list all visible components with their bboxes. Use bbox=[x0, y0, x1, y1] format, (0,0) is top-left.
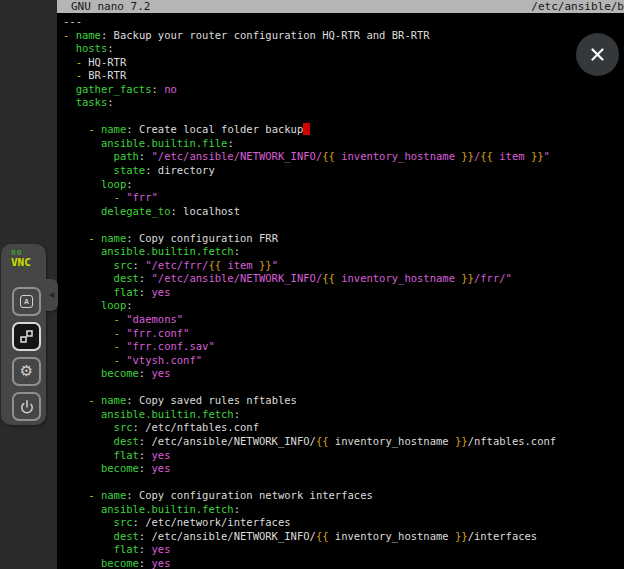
editor-line[interactable]: dest: /etc/ansible/NETWORK_INFO/{{ inven… bbox=[63, 435, 624, 449]
editor-line[interactable]: ansible.builtin.fetch: bbox=[63, 408, 624, 422]
code-segment: HQ-RTR bbox=[88, 56, 126, 68]
code-segment: : bbox=[234, 503, 240, 515]
code-segment: name bbox=[101, 232, 126, 244]
editor-line[interactable]: - "daemons" bbox=[63, 313, 624, 327]
editor-line[interactable]: ansible.builtin.file: bbox=[63, 137, 624, 151]
close-button[interactable] bbox=[576, 33, 619, 76]
code-segment: flat bbox=[63, 449, 139, 461]
editor-line[interactable] bbox=[63, 381, 624, 395]
code-segment: : bbox=[152, 83, 165, 95]
code-segment: "frr" bbox=[126, 191, 158, 203]
code-segment: "/etc/ansible/NETWORK_INFO/ bbox=[152, 272, 323, 284]
code-segment: flat bbox=[63, 286, 139, 298]
editor-line[interactable]: flat: yes bbox=[63, 543, 624, 557]
editor-line[interactable]: - BR-RTR bbox=[63, 69, 624, 83]
editor-line[interactable]: become: yes bbox=[63, 462, 624, 476]
novnc-logo-bottom: VNC bbox=[11, 258, 31, 268]
editor-line[interactable]: tasks: bbox=[63, 96, 624, 110]
editor-line[interactable]: - "frr" bbox=[63, 191, 624, 205]
code-segment: loop bbox=[63, 178, 126, 190]
code-segment: - bbox=[63, 394, 101, 406]
editor-line[interactable]: - HQ-RTR bbox=[63, 56, 624, 70]
code-segment: : Copy configuration network interfaces bbox=[126, 489, 373, 501]
gear-icon: ⚙ bbox=[20, 364, 33, 379]
editor-line[interactable] bbox=[63, 476, 624, 490]
code-segment: /interfaces bbox=[468, 530, 538, 542]
code-segment: - bbox=[63, 354, 126, 366]
editor-line[interactable]: dest: /etc/ansible/NETWORK_INFO/{{ inven… bbox=[63, 530, 624, 544]
code-segment: : Copy configuration FRR bbox=[126, 232, 278, 244]
editor-line[interactable]: - "frr.conf.sav" bbox=[63, 340, 624, 354]
editor-line[interactable]: hosts: bbox=[63, 42, 624, 56]
code-segment: "/etc/frr/ bbox=[145, 259, 208, 271]
code-segment: src bbox=[63, 516, 133, 528]
power-icon bbox=[19, 399, 35, 415]
fullscreen-button[interactable] bbox=[12, 322, 41, 351]
control-bar-handle[interactable]: ◀ bbox=[45, 279, 58, 311]
code-segment: hosts bbox=[63, 42, 107, 54]
editor-line[interactable]: src: /etc/network/interfaces bbox=[63, 516, 624, 530]
code-segment: : localhost bbox=[170, 205, 240, 217]
code-segment: : /etc/nftables.conf bbox=[133, 421, 259, 433]
code-segment: : bbox=[234, 245, 240, 257]
editor-line[interactable]: - name: Copy configuration network inter… bbox=[63, 489, 624, 503]
editor-line[interactable] bbox=[63, 110, 624, 124]
keyboard-button[interactable]: A bbox=[12, 287, 41, 316]
code-segment: tasks bbox=[63, 96, 107, 108]
editor-line[interactable]: path: "/etc/ansible/NETWORK_INFO/{{ inve… bbox=[63, 150, 624, 164]
code-segment: - bbox=[63, 489, 101, 501]
editor-line[interactable]: - name: Create local folder backup bbox=[63, 123, 624, 137]
code-segment: : bbox=[139, 367, 152, 379]
editor-line[interactable]: - name: Copy configuration FRR bbox=[63, 232, 624, 246]
code-segment: : bbox=[139, 449, 152, 461]
code-segment: "daemons" bbox=[126, 313, 183, 325]
code-segment: : Copy saved rules nftables bbox=[126, 394, 297, 406]
editor-line[interactable]: - "vtysh.conf" bbox=[63, 354, 624, 368]
editor-line[interactable]: loop: bbox=[63, 299, 624, 313]
nano-titlebar: GNU nano 7.2 /etc/ansible/b bbox=[57, 0, 624, 13]
editor-line[interactable]: src: "/etc/frr/{{ item }}" bbox=[63, 259, 624, 273]
code-segment: : bbox=[234, 408, 240, 420]
editor[interactable]: ---- name: Backup your router configurat… bbox=[57, 13, 624, 569]
code-segment: dest bbox=[63, 435, 139, 447]
code-segment: src bbox=[63, 421, 133, 433]
editor-line[interactable]: flat: yes bbox=[63, 286, 624, 300]
editor-line[interactable]: - "frr.conf" bbox=[63, 327, 624, 341]
code-segment: delegate_to bbox=[63, 205, 170, 217]
code-segment: : Backup your router configuration HQ-RT… bbox=[101, 29, 430, 41]
code-segment: item bbox=[221, 259, 259, 271]
code-segment: - bbox=[63, 313, 126, 325]
terminal-window[interactable]: GNU nano 7.2 /etc/ansible/b ---- name: B… bbox=[57, 0, 624, 569]
code-segment: flat bbox=[63, 543, 139, 555]
code-segment: become bbox=[63, 557, 139, 569]
code-segment: inventory_hostname bbox=[335, 272, 461, 284]
editor-line[interactable]: become: yes bbox=[63, 367, 624, 381]
code-segment: dest bbox=[63, 272, 139, 284]
code-segment: yes bbox=[152, 367, 171, 379]
editor-line[interactable]: - name: Copy saved rules nftables bbox=[63, 394, 624, 408]
code-segment: ansible.builtin.fetch bbox=[63, 408, 234, 420]
settings-button[interactable]: ⚙ bbox=[12, 357, 41, 386]
editor-line[interactable]: delegate_to: localhost bbox=[63, 205, 624, 219]
code-segment: no bbox=[164, 83, 177, 95]
editor-line[interactable] bbox=[63, 218, 624, 232]
power-button[interactable] bbox=[12, 392, 41, 421]
editor-line[interactable]: flat: yes bbox=[63, 449, 624, 463]
code-segment: become bbox=[63, 367, 139, 379]
code-segment: : bbox=[139, 150, 152, 162]
code-segment: inventory_hostname bbox=[335, 150, 461, 162]
editor-line[interactable]: dest: "/etc/ansible/NETWORK_INFO/{{ inve… bbox=[63, 272, 624, 286]
editor-line[interactable]: state: directory bbox=[63, 164, 624, 178]
code-segment: "vtysh.conf" bbox=[126, 354, 202, 366]
editor-line[interactable]: - name: Backup your router configuration… bbox=[63, 29, 624, 43]
editor-line[interactable]: loop: bbox=[63, 178, 624, 192]
editor-line[interactable]: ansible.builtin.fetch: bbox=[63, 245, 624, 259]
editor-line[interactable]: ansible.builtin.fetch: bbox=[63, 503, 624, 517]
fullscreen-icon bbox=[19, 329, 34, 344]
editor-line[interactable]: src: /etc/nftables.conf bbox=[63, 421, 624, 435]
code-segment: /frr/" bbox=[474, 272, 512, 284]
editor-line[interactable]: gather_facts: no bbox=[63, 83, 624, 97]
editor-line[interactable]: --- bbox=[63, 15, 624, 29]
editor-line[interactable]: become: yes bbox=[63, 557, 624, 569]
code-segment: "frr.conf" bbox=[126, 327, 189, 339]
